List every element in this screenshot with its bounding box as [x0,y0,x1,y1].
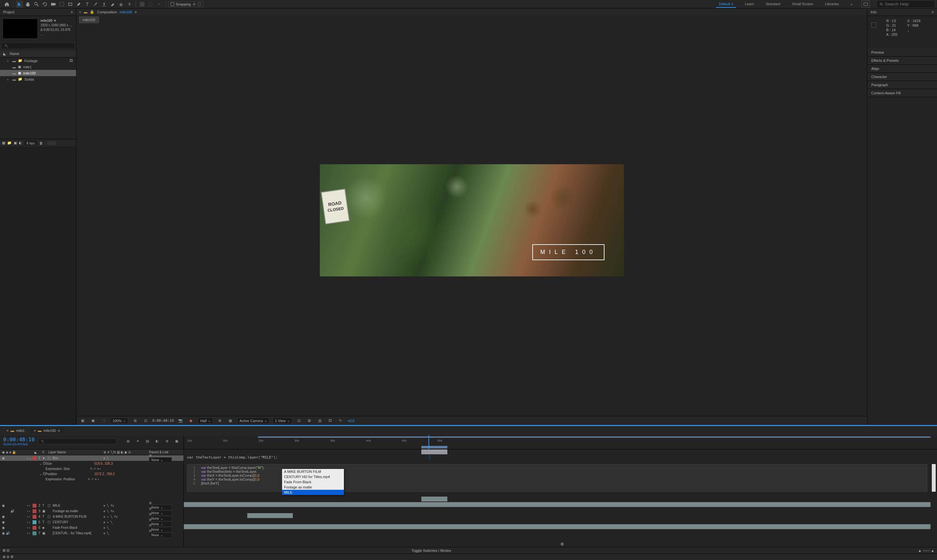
reset-exp-icon[interactable]: ↻ [337,417,344,425]
layer-bar-3[interactable] [184,502,931,507]
3d-icon[interactable]: ⬚ [100,417,107,425]
workspace-small[interactable]: Small Screen [789,1,816,8]
puppet-tool-icon[interactable] [126,1,133,8]
comp-breadcrumb[interactable]: mile100 [79,17,99,23]
zoom-dropdown[interactable]: 100% ⌄ [110,418,128,424]
tag-icon[interactable]: ◣ [3,52,10,56]
project-item-mile100[interactable]: ▬▣mile100 [0,70,76,76]
expr-position[interactable]: Expression: Position = ⍻ ◉ ▸ [0,477,183,503]
ac-item[interactable]: A MIKE BURTON FILM [282,469,344,474]
project-item-solids[interactable]: ›▬📁Solids [0,76,76,82]
mask-icon[interactable]: ▦ [79,417,86,425]
comp-icon[interactable]: ▣ [14,141,17,145]
interpret-icon[interactable]: ▦ [2,141,5,145]
hand-tool-icon[interactable] [25,1,32,8]
rotate-tool-icon[interactable] [41,1,48,8]
expand-icon[interactable]: ⊞ ⊟ [3,548,9,552]
adjust-icon[interactable]: ◐ [19,141,22,145]
expr-size[interactable]: Expression: Size = ⍻ ◉ ▸ [0,466,183,471]
viewer-timecode[interactable]: 0:00:48:10 [152,418,174,423]
toggle-switches[interactable]: Toggle Switches / Modes [411,549,451,552]
comp-mini-icon[interactable]: ⊞ [124,438,131,445]
ac-item-selected[interactable]: MILE [282,490,344,495]
rect-tool-icon[interactable] [67,1,74,8]
timeline-ruler[interactable]: 15s 20s 25s 30s 35s 40s 45s 50s [184,435,937,449]
project-item-footage[interactable]: ›▬📁Footage ⚃ [0,58,76,64]
brush-tool-icon[interactable] [92,1,99,8]
snapping-toggle[interactable]: Snapping [168,1,203,7]
anchor-tool-icon[interactable] [58,1,65,8]
zoom-scroll[interactable] [184,542,937,546]
res-icon[interactable]: ⊞ [131,417,139,425]
status-icon[interactable]: ⊕ ⊘ ⚙ [3,555,14,559]
shy-icon[interactable]: ✦ [134,438,141,445]
roto-tool-icon[interactable] [117,1,125,8]
workspace-sync-icon[interactable] [861,1,870,8]
timeline-track-area[interactable]: ⌶ var theTextLayer = thisComp.layer("MIL… [184,449,937,547]
panel-preview[interactable]: Preview [868,48,937,57]
quality-dropdown[interactable]: Half ⌄ [198,418,213,424]
panel-character[interactable]: Character [868,73,937,81]
timeline-icon[interactable]: ▥ [316,417,324,425]
selection-tool-icon[interactable] [16,1,23,8]
layer-row-7[interactable]: ◉ 🔊› › 7 ▣ [CENTUR... for Titles.mp4] ⊕ … [0,531,183,536]
workspace-learn[interactable]: Learn [743,1,757,8]
timeline-tab-mile1[interactable]: × ▬ mile1 [3,427,29,434]
render-icon[interactable]: ▣ [173,438,180,445]
mile-title-box[interactable]: MILE 100 [532,244,604,260]
clone-tool-icon[interactable] [100,1,108,8]
timeline-search[interactable] [39,438,117,444]
ac-item[interactable]: Fade From Black [282,479,344,485]
folder-icon[interactable]: 📁 [7,141,12,145]
layer-bar-2[interactable] [421,497,447,502]
panel-menu-icon[interactable]: ≡ [135,10,137,14]
lock-icon[interactable]: 🔒 [90,10,94,14]
transparency-icon[interactable]: ▣ [89,417,97,425]
composition-viewer[interactable]: ROAD CLOSED MILE 100 [77,25,867,416]
guide-icon[interactable]: ▦ [227,417,234,425]
comp-thumbnail[interactable] [3,18,38,39]
snapshot-icon[interactable]: 📷 [177,417,184,425]
layer-row-1[interactable]: ◉ ⌄ ⌄ 1 ★ ▢ Box ⊕ ╲ ⊘ None ⌄ [0,455,183,461]
comp-name-link[interactable]: mile100 [120,10,133,14]
view-dropdown[interactable]: 1 View ⌄ [273,418,292,424]
flowchart-icon[interactable]: ⚃ [69,58,73,63]
panel-menu-icon[interactable]: ≡ [71,10,73,14]
prop-position[interactable]: ⌄Ö Position 1572.2,769.3 [0,471,183,477]
text-tool-icon[interactable]: T [83,1,91,8]
col-name[interactable]: Name [10,52,19,56]
camera-dropdown[interactable]: Active Camera ⌄ [237,418,270,424]
panel-align[interactable]: Align [868,65,937,73]
workspace-standard[interactable]: Standard [763,1,783,8]
snap-opt1-icon[interactable] [192,2,196,6]
workspace-more-icon[interactable]: » [848,1,855,8]
panel-paragraph[interactable]: Paragraph [868,81,937,89]
exposure-value[interactable]: +0.0 [347,419,354,423]
playhead[interactable] [428,435,429,449]
panel-menu-icon[interactable]: ≡ [932,10,934,14]
frame-blend-icon[interactable]: ▤ [144,438,151,445]
roi-icon[interactable]: ⊡ [142,417,149,425]
stroke-icon[interactable] [147,1,154,8]
trash-icon[interactable]: 🗑 [39,141,43,145]
panel-effects[interactable]: Effects & Presets [868,57,937,65]
draft-icon[interactable]: ⊡ [296,417,302,425]
help-search-input[interactable] [885,2,932,6]
ac-item[interactable]: CENTURY HD for Titles.mp4 [282,474,344,479]
fast-icon[interactable]: ⊠ [306,417,313,425]
toggle-switch[interactable] [47,141,57,145]
timeline-tab-mile100[interactable]: × ▬ mile100 ≡ [30,427,64,434]
panel-caf[interactable]: Content-Aware Fill [868,89,937,97]
work-area[interactable] [421,446,447,448]
editor-scrollbar[interactable] [932,464,936,492]
graph-icon[interactable]: ⊕ [163,438,171,445]
stroke-width-icon[interactable]: ━ [156,1,163,8]
workspace-default[interactable]: Default ≡ [716,1,736,8]
channel-icon[interactable]: ◉ [187,417,194,425]
home-icon[interactable] [3,1,11,8]
help-search[interactable] [877,0,935,8]
ac-item[interactable]: Footage as matte [282,485,344,490]
grid-icon[interactable]: ⊞ [216,417,223,425]
snap-opt2-icon[interactable] [197,2,201,6]
bpc-dropdown[interactable]: 8 bpc [24,140,37,146]
